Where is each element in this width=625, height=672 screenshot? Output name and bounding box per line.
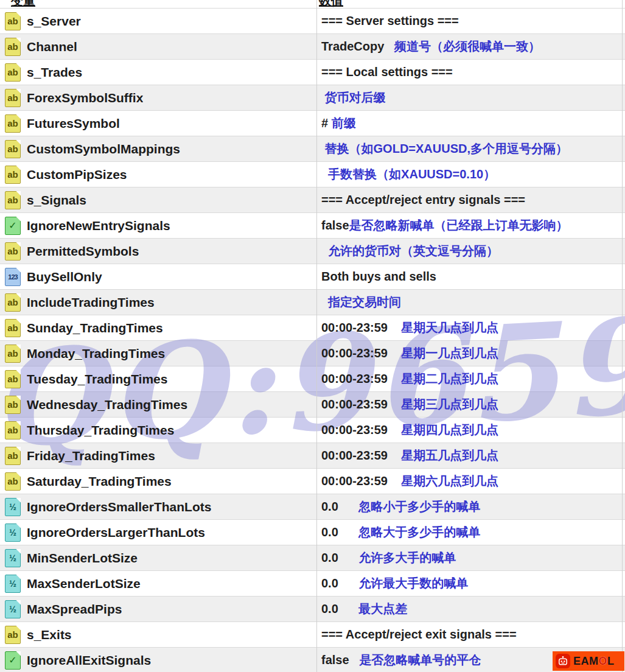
parameter-row[interactable]: ab Monday_TradingTimes 00:00-23:59 星期一几点…	[0, 341, 625, 366]
parameter-value[interactable]: 允许的货币对（英文逗号分隔）	[316, 239, 625, 264]
value-text: 00:00-23:59	[321, 474, 388, 488]
parameter-name: MaxSpreadPips	[27, 602, 122, 617]
parameter-name: IncludeTradingTimes	[27, 295, 155, 310]
parameter-row[interactable]: ab s_Signals === Accept/reject entry sig…	[0, 187, 625, 213]
value-text: Both buys and sells	[321, 270, 436, 284]
parameter-list: ab s_Server === Server settings === ab C…	[0, 9, 625, 672]
double-type-icon: ½	[5, 523, 21, 542]
value-text: 0.0	[321, 576, 338, 590]
value-annotation: 星期五几点到几点	[388, 447, 498, 464]
parameter-value[interactable]: 0.0 忽略小于多少手的喊单	[316, 494, 625, 519]
parameter-value[interactable]: TradeCopy 频道号（必须很喊单一致）	[316, 34, 625, 59]
parameter-value[interactable]: Both buys and sells	[316, 264, 625, 289]
value-annotation: 是否忽略喊单号的平仓	[349, 652, 481, 668]
double-type-icon: ½	[5, 600, 21, 618]
string-type-icon: ab	[5, 370, 21, 388]
string-type-icon: ab	[5, 319, 21, 337]
parameter-name: MinSenderLotSize	[27, 551, 138, 565]
parameter-row[interactable]: ab PermittedSymbols 允许的货币对（英文逗号分隔）	[0, 239, 625, 264]
parameter-row[interactable]: ab FuturesSymbol # 前缀	[0, 111, 625, 136]
parameter-value[interactable]: === Accept/reject entry signals ===	[316, 187, 625, 212]
double-type-icon: ½	[5, 498, 21, 516]
parameter-row[interactable]: ab Thursday_TradingTimes 00:00-23:59 星期四…	[0, 418, 625, 443]
parameter-row[interactable]: ab Tuesday_TradingTimes 00:00-23:59 星期二几…	[0, 366, 625, 392]
parameter-row[interactable]: ab IncludeTradingTimes 指定交易时间	[0, 290, 625, 315]
parameter-row[interactable]: ab CustomSymbolMappings 替换（如GOLD=XAUUSD,…	[0, 136, 625, 162]
double-type-icon: ½	[5, 549, 21, 567]
parameter-value[interactable]: 00:00-23:59 星期四几点到几点	[316, 418, 625, 443]
parameter-value[interactable]: 00:00-23:59 星期二几点到几点	[316, 366, 625, 391]
value-annotation: 频道号（必须很喊单一致）	[384, 38, 540, 55]
parameter-value[interactable]: # 前缀	[316, 111, 625, 136]
string-type-icon: ab	[5, 293, 21, 312]
parameter-name: Thursday_TradingTimes	[27, 423, 174, 438]
parameter-name: Saturday_TradingTimes	[27, 474, 172, 489]
parameter-row[interactable]: ab Channel TradeCopy 频道号（必须很喊单一致）	[0, 34, 625, 60]
eamol-brand-text: EAMOL	[573, 655, 615, 668]
parameter-row[interactable]: ab s_Exits === Accept/reject exit signal…	[0, 622, 625, 648]
string-type-icon: ab	[5, 89, 21, 107]
parameter-name: FuturesSymbol	[27, 116, 120, 131]
parameter-name: s_Trades	[27, 65, 82, 80]
parameter-value[interactable]: 0.0 忽略大于多少手的喊单	[316, 520, 625, 545]
value-annotation: 允许的货币对（英文逗号分隔）	[321, 243, 498, 259]
parameter-row[interactable]: ab Saturday_TradingTimes 00:00-23:59 星期六…	[0, 469, 625, 494]
value-annotation: 指定交易时间	[321, 294, 401, 310]
parameter-name: IgnoreOrdersLargerThanLots	[27, 525, 205, 540]
parameter-value[interactable]: 0.0 最大点差	[316, 597, 625, 621]
column-divider[interactable]	[316, 0, 317, 672]
value-text: 00:00-23:59	[321, 449, 388, 463]
parameter-row[interactable]: ab Wednesday_TradingTimes 00:00-23:59 星期…	[0, 392, 625, 418]
parameter-row[interactable]: 123 BuySellOnly Both buys and sells	[0, 264, 625, 290]
parameter-name: s_Server	[27, 14, 81, 29]
double-type-icon: ½	[5, 575, 21, 593]
parameter-row[interactable]: ab Sunday_TradingTimes 00:00-23:59 星期天几点…	[0, 315, 625, 341]
value-text: 00:00-23:59	[321, 346, 388, 360]
parameter-value[interactable]: === Server settings ===	[316, 9, 625, 33]
parameter-value[interactable]: === Local settings ===	[316, 60, 625, 85]
parameter-value[interactable]: 0.0 允许多大手的喊单	[316, 545, 625, 570]
value-text: === Server settings ===	[321, 14, 459, 28]
parameter-name: CustomPipSizes	[27, 167, 127, 182]
string-type-icon: ab	[5, 140, 21, 158]
parameter-row[interactable]: ab s_Server === Server settings ===	[0, 9, 625, 34]
value-annotation: 最大点差	[338, 601, 407, 617]
parameter-name: Sunday_TradingTimes	[27, 321, 163, 335]
value-annotation: 忽略大于多少手的喊单	[338, 524, 480, 541]
value-text: 00:00-23:59	[321, 397, 388, 411]
string-type-icon: ab	[5, 396, 21, 414]
parameter-row[interactable]: ½ MinSenderLotSize 0.0 允许多大手的喊单	[0, 545, 625, 571]
parameter-value[interactable]: 0.0 允许最大手数的喊单	[316, 571, 625, 596]
parameter-row[interactable]: ½ MaxSpreadPips 0.0 最大点差	[0, 597, 625, 622]
parameter-value[interactable]: 替换（如GOLD=XAUUSD,多个用逗号分隔）	[316, 136, 625, 161]
parameter-value[interactable]: 00:00-23:59 星期六几点到几点	[316, 469, 625, 494]
string-type-icon: ab	[5, 166, 21, 184]
parameter-row[interactable]: ab ForexSymbolSuffix 货币对后缀	[0, 85, 625, 111]
parameter-name: MaxSenderLotSize	[27, 576, 141, 591]
parameter-value[interactable]: 手数替换（如XAUUSD=0.10）	[316, 162, 625, 187]
parameter-row[interactable]: ½ IgnoreOrdersSmallerThanLots 0.0 忽略小于多少…	[0, 494, 625, 520]
parameter-value[interactable]: 货币对后缀	[316, 85, 625, 110]
parameter-name: s_Signals	[27, 193, 86, 208]
parameter-row[interactable]: ½ MaxSenderLotSize 0.0 允许最大手数的喊单	[0, 571, 625, 597]
value-annotation: 星期天几点到几点	[388, 320, 498, 336]
parameter-name: IgnoreNewEntrySignals	[27, 219, 170, 233]
value-text: 0.0	[321, 525, 338, 539]
parameter-row[interactable]: ✓ IgnoreNewEntrySignals false是否忽略新喊单（已经跟…	[0, 213, 625, 239]
parameter-value[interactable]: 00:00-23:59 星期五几点到几点	[316, 443, 625, 468]
parameter-row[interactable]: ab s_Trades === Local settings ===	[0, 60, 625, 85]
parameter-name: CustomSymbolMappings	[27, 142, 180, 156]
parameter-row[interactable]: ✓ IgnoreAllExitSignals false 是否忽略喊单号的平仓	[0, 648, 625, 672]
parameter-value[interactable]: false是否忽略新喊单（已经跟上订单无影响）	[316, 213, 625, 238]
column-header-variable: 变量	[11, 0, 35, 9]
parameter-value[interactable]: 00:00-23:59 星期一几点到几点	[316, 341, 625, 366]
parameter-value[interactable]: 指定交易时间	[316, 290, 625, 315]
parameter-row[interactable]: ½ IgnoreOrdersLargerThanLots 0.0 忽略大于多少手…	[0, 520, 625, 545]
parameter-value[interactable]: 00:00-23:59 星期三几点到几点	[316, 392, 625, 417]
value-text: 00:00-23:59	[321, 423, 388, 437]
parameter-row[interactable]: ab Friday_TradingTimes 00:00-23:59 星期五几点…	[0, 443, 625, 469]
parameter-value[interactable]: 00:00-23:59 星期天几点到几点	[316, 315, 625, 340]
string-type-icon: ab	[5, 242, 21, 261]
parameter-value[interactable]: === Accept/reject exit signals ===	[316, 622, 625, 647]
parameter-row[interactable]: ab CustomPipSizes 手数替换（如XAUUSD=0.10）	[0, 162, 625, 187]
